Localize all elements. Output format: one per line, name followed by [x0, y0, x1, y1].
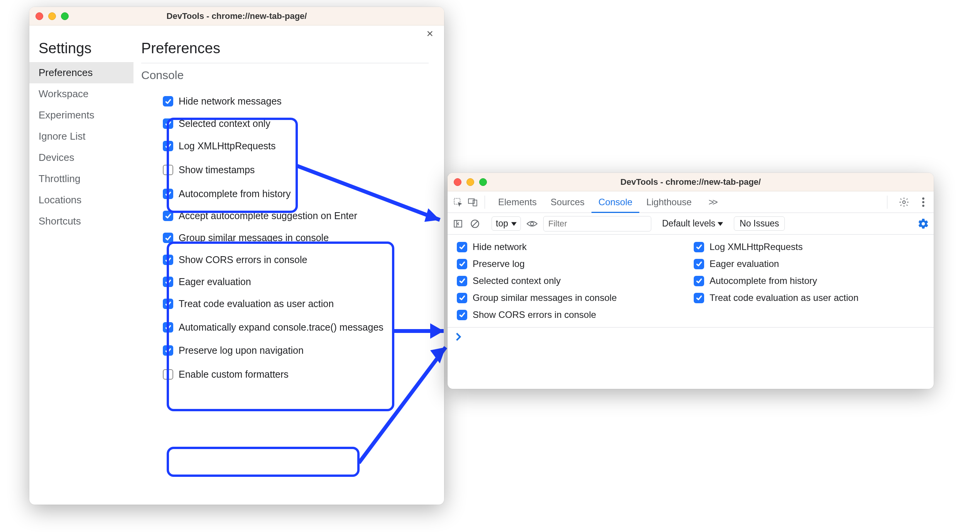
- settings-nav-item[interactable]: Locations: [29, 189, 133, 211]
- panel-tab[interactable]: Sources: [544, 191, 591, 213]
- settings-nav-item[interactable]: Throttling: [29, 168, 133, 189]
- checkbox[interactable]: [163, 189, 173, 199]
- checkbox[interactable]: [163, 118, 173, 129]
- checkbox[interactable]: [163, 233, 173, 243]
- console-pref-checkbox[interactable]: Show CORS errors in console: [163, 249, 429, 271]
- console-setting-checkbox[interactable]: Hide network: [457, 238, 688, 255]
- console-pref-checkbox[interactable]: Hide network messages: [163, 90, 429, 113]
- chevron-down-icon: [511, 221, 517, 226]
- checkbox[interactable]: [457, 242, 467, 252]
- inspect-element-icon[interactable]: [452, 196, 464, 208]
- console-settings-gear-icon[interactable]: [917, 218, 929, 230]
- minimize-window-icon[interactable]: [48, 12, 56, 20]
- issues-pill[interactable]: No Issues: [734, 216, 785, 231]
- minimize-window-icon[interactable]: [466, 178, 474, 186]
- checkbox[interactable]: [163, 345, 173, 356]
- console-pref-checkbox[interactable]: Treat code evaluation as user action: [163, 293, 429, 315]
- tabbar: ElementsSourcesConsoleLighthouse >>: [448, 191, 934, 213]
- console-pref-checkbox[interactable]: Log XMLHttpRequests: [163, 135, 429, 157]
- console-toolbar: top Default levels No Issues: [448, 213, 934, 235]
- window-traffic-lights[interactable]: [35, 12, 69, 20]
- live-expression-icon[interactable]: [526, 218, 538, 230]
- log-levels-selector[interactable]: Default levels: [662, 218, 723, 229]
- checkbox[interactable]: [694, 276, 704, 286]
- settings-nav-item[interactable]: Devices: [29, 147, 133, 168]
- checkbox[interactable]: [163, 96, 173, 106]
- window-traffic-lights[interactable]: [454, 178, 487, 186]
- maximize-window-icon[interactable]: [479, 178, 487, 186]
- settings-nav-item[interactable]: Ignore List: [29, 126, 133, 147]
- console-setting-checkbox[interactable]: Selected context only: [457, 272, 688, 289]
- console-setting-checkbox[interactable]: Show CORS errors in console: [457, 306, 688, 323]
- kebab-menu-icon[interactable]: [917, 196, 929, 208]
- checkbox[interactable]: [457, 259, 467, 269]
- console-pref-checkbox[interactable]: Automatically expand console.trace() mes…: [163, 318, 429, 336]
- console-pref-checkbox[interactable]: Group similar messages in console: [163, 227, 429, 249]
- checkbox[interactable]: [163, 277, 173, 287]
- settings-nav-item[interactable]: Shortcuts: [29, 211, 133, 232]
- checkbox[interactable]: [694, 259, 704, 269]
- panel-tab[interactable]: Lighthouse: [639, 191, 698, 213]
- checkbox[interactable]: [163, 369, 173, 380]
- filter-input[interactable]: [543, 216, 651, 231]
- close-window-icon[interactable]: [454, 178, 461, 186]
- console-pref-checkbox[interactable]: Selected context only: [163, 113, 429, 135]
- checkbox[interactable]: [457, 276, 467, 286]
- devtools-console-window: DevTools - chrome://new-tab-page/ Elemen…: [448, 173, 934, 389]
- settings-nav-item[interactable]: Preferences: [29, 62, 133, 83]
- console-pref-checkbox[interactable]: Accept autocomplete suggestion on Enter: [163, 205, 429, 227]
- device-toolbar-icon[interactable]: [467, 196, 478, 208]
- checkbox[interactable]: [457, 310, 467, 320]
- settings-nav-item[interactable]: Experiments: [29, 105, 133, 126]
- console-setting-checkbox[interactable]: Log XMLHttpRequests: [694, 238, 924, 255]
- settings-heading: Settings: [29, 40, 133, 62]
- checkbox-label: Autocomplete from history: [179, 188, 291, 199]
- svg-marker-19: [718, 222, 723, 226]
- checkbox[interactable]: [163, 141, 173, 151]
- svg-line-16: [473, 221, 478, 226]
- console-pref-checkbox[interactable]: Show timestamps: [163, 160, 429, 179]
- console-prompt[interactable]: [448, 328, 934, 349]
- checkbox[interactable]: [163, 211, 173, 221]
- console-setting-checkbox[interactable]: Autocomplete from history: [694, 272, 924, 289]
- checkbox[interactable]: [694, 242, 704, 252]
- close-settings-button[interactable]: ×: [426, 27, 433, 40]
- console-setting-checkbox[interactable]: Eager evaluation: [694, 255, 924, 272]
- more-tabs-button[interactable]: >>: [702, 191, 723, 213]
- close-window-icon[interactable]: [35, 12, 43, 20]
- log-levels-label: Default levels: [662, 218, 715, 229]
- console-pref-checkbox[interactable]: Preserve log upon navigation: [163, 341, 429, 360]
- panel-tab[interactable]: Elements: [491, 191, 544, 213]
- console-setting-checkbox[interactable]: Group similar messages in console: [457, 289, 688, 306]
- checkbox-label: Preserve log: [473, 258, 525, 269]
- settings-gear-icon[interactable]: [898, 196, 910, 208]
- console-pref-checkbox[interactable]: Enable custom formatters: [163, 365, 429, 383]
- console-setting-checkbox[interactable]: Treat code evaluation as user action: [694, 289, 924, 306]
- console-pref-checkbox[interactable]: Autocomplete from history: [163, 183, 429, 205]
- svg-point-9: [903, 201, 906, 203]
- console-setting-checkbox[interactable]: Preserve log: [457, 255, 688, 272]
- checkbox[interactable]: [163, 322, 173, 333]
- checkbox[interactable]: [163, 165, 173, 175]
- checkbox-label: Automatically expand console.trace() mes…: [179, 322, 384, 333]
- checkbox[interactable]: [457, 293, 467, 303]
- maximize-window-icon[interactable]: [61, 12, 69, 20]
- clear-console-icon[interactable]: [469, 218, 481, 230]
- checkbox-label: Selected context only: [179, 118, 270, 129]
- window-title: DevTools - chrome://new-tab-page/: [167, 11, 307, 21]
- titlebar: DevTools - chrome://new-tab-page/: [448, 173, 934, 191]
- svg-point-12: [922, 204, 924, 207]
- settings-sidebar: Settings PreferencesWorkspaceExperiments…: [29, 35, 133, 505]
- console-settings-panel: Hide networkPreserve logSelected context…: [448, 235, 934, 328]
- checkbox[interactable]: [694, 293, 704, 303]
- console-pref-checkbox[interactable]: Eager evaluation: [163, 271, 429, 293]
- console-section-heading: Console: [141, 69, 429, 82]
- settings-nav-item[interactable]: Workspace: [29, 83, 133, 105]
- console-sidebar-toggle-icon[interactable]: [452, 218, 464, 230]
- checkbox[interactable]: [163, 255, 173, 265]
- context-selector[interactable]: top: [492, 216, 521, 231]
- checkbox-label: Log XMLHttpRequests: [179, 140, 276, 152]
- checkbox-label: Show CORS errors in console: [179, 254, 307, 265]
- checkbox[interactable]: [163, 299, 173, 309]
- panel-tab[interactable]: Console: [591, 191, 639, 213]
